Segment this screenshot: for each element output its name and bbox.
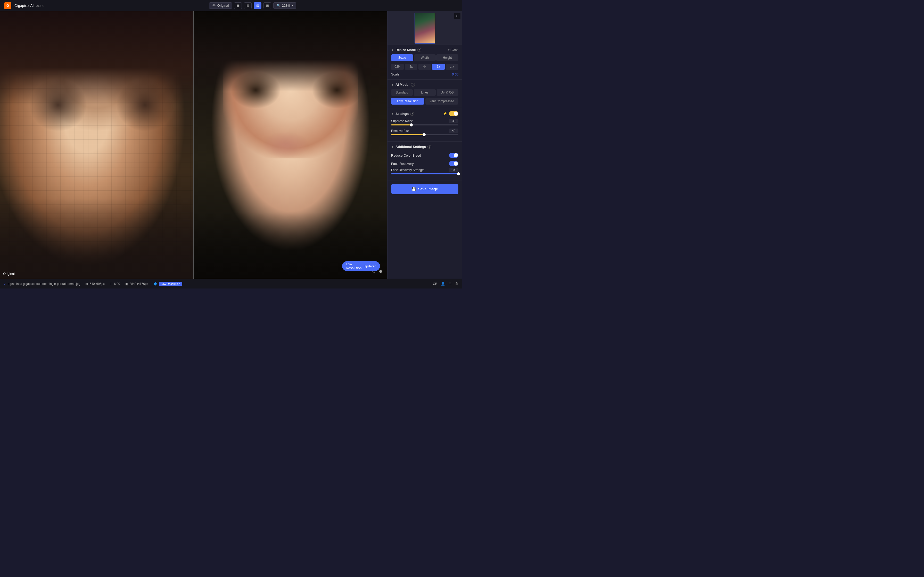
- additional-settings-title-group: ▼ Additional Settings ?: [391, 145, 431, 148]
- model-art-cg[interactable]: Art & CG: [437, 89, 459, 96]
- view-split-v-button[interactable]: ⊟: [244, 2, 252, 9]
- suppress-noise-thumb[interactable]: [410, 123, 413, 126]
- reduce-color-bleed-toggle[interactable]: [449, 153, 459, 158]
- model-low-resolution[interactable]: Low Resolution: [391, 98, 424, 105]
- main-area: Original ☺ ☻ Low Resolution Updated: [0, 11, 462, 279]
- face-recovery-toggle[interactable]: [449, 161, 459, 166]
- scale-05x[interactable]: 0.5x: [391, 64, 404, 70]
- settings-help-icon[interactable]: ?: [410, 112, 414, 116]
- reduce-color-bleed-knob: [454, 153, 458, 157]
- ai-model-header[interactable]: ▼ AI Model ?: [391, 83, 459, 87]
- crop-button[interactable]: ✂ Crop: [448, 48, 459, 52]
- thumbnail-crop-icon: ✂: [454, 13, 460, 19]
- scale-custom[interactable]: ...x: [446, 64, 459, 70]
- resize-mode-tabs: Scale Width Height: [391, 54, 459, 61]
- view-single-button[interactable]: ▣: [234, 2, 242, 9]
- save-icon: 💾: [412, 187, 416, 191]
- check-icon: ✓: [3, 282, 6, 286]
- logo-letter: G: [6, 3, 9, 8]
- ai-model-help-icon[interactable]: ?: [411, 83, 415, 87]
- face-recovery-strength-fill: [391, 173, 459, 174]
- image-area: Original ☺ ☻ Low Resolution Updated: [0, 11, 387, 279]
- crop-icon: ✂: [448, 48, 451, 52]
- statusbar: ✓ topaz-labs-gigapixel-outdoor-single-po…: [0, 279, 462, 288]
- user-icon: 👤: [441, 282, 445, 286]
- suppress-noise-row: Suppress Noise 30: [391, 119, 459, 126]
- original-image-panel: Original: [0, 11, 194, 279]
- remove-blur-fill: [391, 134, 424, 135]
- chevron-down-icon: ▾: [292, 4, 293, 7]
- scale-2x[interactable]: 2x: [405, 64, 417, 70]
- app-title: Gigapixel AI v6.1.0: [15, 3, 44, 8]
- ai-model-row1: Standard Lines Art & CG: [391, 89, 459, 96]
- delete-icon: 🗑: [455, 282, 459, 286]
- additional-settings-header[interactable]: ▼ Additional Settings ?: [391, 145, 459, 148]
- additional-settings-collapse-icon: ▼: [391, 145, 394, 148]
- resize-mode-section: ▼ Resize Mode ? ✂ Crop Scale Width Heigh…: [388, 45, 462, 80]
- reduce-color-bleed-row: Reduce Color Bleed: [391, 151, 459, 160]
- resize-mode-help-icon[interactable]: ?: [417, 48, 421, 52]
- app-logo: G: [4, 2, 11, 9]
- output-res-icon: ▣: [125, 282, 128, 286]
- remove-blur-label: Remove Blur: [391, 129, 409, 133]
- thumbnail-image: [415, 13, 435, 44]
- reduce-color-bleed-label: Reduce Color Bleed: [391, 153, 421, 157]
- topbar: G Gigapixel AI v6.1.0 👁 Original ▣ ⊟ ⊡ ⊞…: [0, 0, 462, 11]
- topbar-center: 👁 Original ▣ ⊟ ⊡ ⊞ 🔍 228% ▾: [47, 2, 458, 9]
- settings-toggle-knob: [454, 111, 458, 116]
- settings-collapse-icon: ▼: [391, 112, 394, 115]
- view-split-h-button[interactable]: ⊡: [254, 2, 262, 9]
- right-panel: ✂ ▼ Resize Mode ? ✂ Crop Scale Width Hei…: [387, 11, 462, 279]
- additional-settings-help-icon[interactable]: ?: [428, 145, 431, 148]
- status-model: 🔷 Low Resolution: [153, 282, 182, 286]
- model-icon: 🔷: [153, 282, 157, 286]
- face-recovery-knob: [454, 161, 458, 166]
- zoom-control[interactable]: 🔍 228% ▾: [273, 2, 296, 9]
- model-standard[interactable]: Standard: [391, 89, 413, 96]
- original-image: [0, 11, 193, 279]
- status-cb: CB: [433, 282, 437, 286]
- status-input-res: ⊞ 640x696px: [85, 282, 105, 286]
- eye-icon: 👁: [212, 3, 216, 8]
- settings-toggle[interactable]: [449, 111, 459, 116]
- suppress-noise-label: Suppress Noise: [391, 119, 413, 123]
- face-recovery-strength-label: Face Recovery Strength: [391, 168, 424, 172]
- thumbnail-area: ✂: [388, 11, 462, 45]
- original-button[interactable]: 👁 Original: [209, 2, 232, 9]
- collapse-icon: ▼: [391, 48, 394, 52]
- lightning-icon: ⚡: [443, 111, 447, 116]
- input-res-icon: ⊞: [85, 282, 88, 286]
- save-image-button[interactable]: 💾 Save Image: [391, 184, 459, 194]
- settings-title-group: ▼ Settings ?: [391, 112, 414, 116]
- scale-icon: ⊡: [110, 282, 112, 286]
- tab-height[interactable]: Height: [436, 54, 459, 61]
- statusbar-right: CB 👤 ⊞ 🗑: [433, 282, 459, 286]
- model-very-compressed[interactable]: Very Compressed: [425, 98, 459, 105]
- settings-header[interactable]: ▼ Settings ? ⚡: [391, 111, 459, 116]
- suppress-noise-track[interactable]: [391, 124, 459, 126]
- original-image-label: Original: [3, 272, 15, 276]
- face-recovery-strength-track[interactable]: [391, 173, 459, 174]
- additional-settings-section: ▼ Additional Settings ? Reduce Color Ble…: [388, 142, 462, 181]
- resize-mode-header[interactable]: ▼ Resize Mode ? ✂ Crop: [391, 48, 459, 52]
- tab-scale[interactable]: Scale: [391, 54, 413, 61]
- scale-6x[interactable]: 6x: [432, 64, 445, 70]
- settings-section: ▼ Settings ? ⚡ Suppress Noise 30: [388, 108, 462, 142]
- enhanced-image-panel: ☺ ☻ Low Resolution Updated: [194, 11, 387, 279]
- zoom-icon: 🔍: [277, 3, 281, 8]
- smiley-active-icon: ☻: [378, 269, 383, 274]
- status-filename: ✓ topaz-labs-gigapixel-outdoor-single-po…: [3, 282, 80, 286]
- suppress-noise-value: 30: [449, 119, 459, 123]
- scale-4x[interactable]: 4x: [418, 64, 431, 70]
- view-compare-button[interactable]: ⊞: [263, 2, 271, 9]
- face-recovery-strength-thumb[interactable]: [457, 172, 460, 176]
- ai-model-collapse-icon: ▼: [391, 83, 394, 86]
- face-recovery-label: Face Recovery: [391, 162, 414, 166]
- model-badge: Low Resolution Updated: [342, 261, 380, 271]
- tab-width[interactable]: Width: [414, 54, 436, 61]
- remove-blur-row: Remove Blur 49: [391, 129, 459, 135]
- model-lines[interactable]: Lines: [414, 89, 435, 96]
- remove-blur-track[interactable]: [391, 134, 459, 135]
- remove-blur-thumb[interactable]: [423, 133, 426, 136]
- resize-mode-title-group: ▼ Resize Mode ?: [391, 48, 421, 52]
